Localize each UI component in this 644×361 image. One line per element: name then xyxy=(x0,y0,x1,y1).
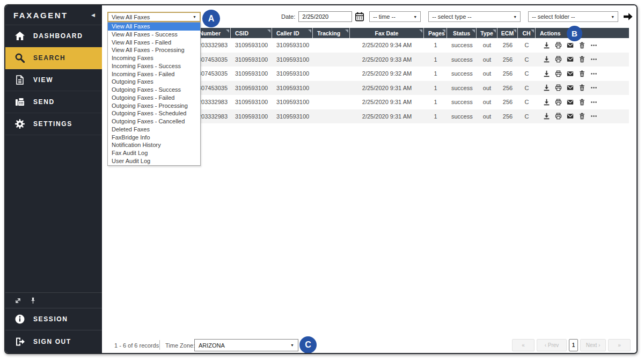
column-header-tracking[interactable]: Tracking xyxy=(313,28,350,38)
download-icon[interactable] xyxy=(543,99,550,106)
download-icon[interactable] xyxy=(543,56,550,63)
delete-icon[interactable] xyxy=(579,84,586,91)
more-icon[interactable] xyxy=(590,84,597,91)
dropdown-option[interactable]: Notification History xyxy=(108,141,200,149)
delete-icon[interactable] xyxy=(579,56,586,63)
column-header-csid[interactable]: CSID xyxy=(231,28,272,38)
column-header-type[interactable]: Type xyxy=(477,28,497,38)
sidebar-collapse-icon[interactable]: ◀ xyxy=(91,12,95,18)
sidebar-item-dashboard[interactable]: DASHBOARD xyxy=(5,25,102,47)
delete-icon[interactable] xyxy=(579,113,586,120)
date-input[interactable] xyxy=(298,11,352,22)
column-header-ch[interactable]: CH xyxy=(518,28,536,38)
dropdown-option[interactable]: View All Faxes - Failed xyxy=(108,39,200,47)
dropdown-option[interactable]: Outgoing Faxes - Success xyxy=(108,86,200,94)
dropdown-option[interactable]: Outgoing Faxes xyxy=(108,78,200,86)
column-header-label: CSID xyxy=(235,30,248,36)
print-icon[interactable] xyxy=(555,42,562,49)
sidebar-item-settings[interactable]: SETTINGS xyxy=(5,113,102,135)
dropdown-option[interactable]: FaxBridge Info xyxy=(108,134,200,142)
download-icon[interactable] xyxy=(543,70,550,77)
timezone-select[interactable]: ARIZONA ▼ xyxy=(194,339,298,351)
chevron-down-icon: ▼ xyxy=(290,343,294,347)
pagination-current-page[interactable]: 1 xyxy=(569,339,578,351)
filter-triangle-icon xyxy=(472,30,475,33)
print-icon[interactable] xyxy=(555,70,562,77)
more-icon[interactable] xyxy=(590,56,597,63)
annotation-badge-b: B xyxy=(567,26,582,41)
column-header-actions[interactable]: Actions xyxy=(536,28,629,38)
logo: FAXAGENT ◀ xyxy=(5,5,102,25)
annotation-badge-a: A xyxy=(202,10,220,27)
cell-ecm: 256 xyxy=(497,42,518,48)
column-header-fax-date[interactable]: Fax Date xyxy=(350,28,424,38)
dropdown-option[interactable]: Deleted Faxes xyxy=(108,126,200,134)
folder-filter-select[interactable]: -- select folder -- ▼ xyxy=(528,11,618,22)
type-filter-select[interactable]: -- select type -- ▼ xyxy=(428,11,521,22)
dropdown-option[interactable]: User Audit Log xyxy=(108,157,200,165)
dropdown-option[interactable]: Fax Audit Log xyxy=(108,149,200,157)
email-icon[interactable] xyxy=(567,56,574,63)
date-label: Date: xyxy=(281,13,295,20)
fax-view-select[interactable]: View All Faxes ▼ xyxy=(107,12,201,22)
filter-triangle-icon xyxy=(531,30,534,33)
delete-icon[interactable] xyxy=(579,99,586,106)
column-header-caller-id[interactable]: Caller ID xyxy=(272,28,313,38)
delete-icon[interactable] xyxy=(579,42,586,49)
pagination-next-button[interactable]: Next › xyxy=(580,339,606,351)
dropdown-option[interactable]: Incoming Faxes xyxy=(108,54,200,62)
column-header-status[interactable]: Status xyxy=(447,28,477,38)
dropdown-option[interactable]: Outgoing Faxes - Scheduled xyxy=(108,109,200,117)
calendar-icon[interactable] xyxy=(355,12,364,21)
fax-view-dropdown-list: View All FaxesView All Faxes - SuccessVi… xyxy=(107,22,201,166)
email-icon[interactable] xyxy=(567,70,574,77)
sidebar-item-view[interactable]: VIEW xyxy=(5,69,102,91)
email-icon[interactable] xyxy=(567,84,574,91)
email-icon[interactable] xyxy=(567,99,574,106)
column-header-ecm[interactable]: ECM xyxy=(497,28,518,38)
dropdown-option[interactable]: View All Faxes - Processing xyxy=(108,46,200,54)
print-icon[interactable] xyxy=(555,56,562,63)
download-icon[interactable] xyxy=(543,42,550,49)
dropdown-option[interactable]: Outgoing Faxes - Processing xyxy=(108,102,200,110)
dropdown-option[interactable]: Incoming Faxes - Success xyxy=(108,62,200,70)
more-icon[interactable] xyxy=(590,99,597,106)
cell-status: success xyxy=(447,56,477,63)
print-icon[interactable] xyxy=(555,84,562,91)
print-icon[interactable] xyxy=(555,99,562,106)
timezone-select-value: ARIZONA xyxy=(199,342,225,349)
more-icon[interactable] xyxy=(590,42,597,49)
sidebar-tools xyxy=(5,292,102,308)
expand-icon[interactable] xyxy=(14,297,21,304)
search-go-arrow-icon[interactable] xyxy=(623,12,633,21)
dropdown-option[interactable]: View All Faxes xyxy=(108,23,200,31)
pagination-first-button[interactable]: « xyxy=(512,339,535,351)
pagination-last-button[interactable]: » xyxy=(608,339,631,351)
print-icon[interactable] xyxy=(555,113,562,120)
cell-pages: 1 xyxy=(424,99,447,105)
cell-ecm: 256 xyxy=(497,99,518,105)
sidebar-item-sign-out[interactable]: SIGN OUT xyxy=(5,330,102,353)
download-icon[interactable] xyxy=(543,84,550,91)
sidebar-item-send[interactable]: SEND xyxy=(5,91,102,113)
column-header-pages[interactable]: Pages xyxy=(424,28,447,38)
cell-csid: 3109593100 xyxy=(231,56,272,63)
dropdown-option[interactable]: Outgoing Faxes - Cancelled xyxy=(108,117,200,126)
pin-icon[interactable] xyxy=(30,297,36,304)
email-icon[interactable] xyxy=(567,42,574,49)
email-icon[interactable] xyxy=(567,113,574,120)
dropdown-option[interactable]: Outgoing Faxes - Failed xyxy=(108,94,200,102)
dropdown-option[interactable]: Incoming Faxes - Failed xyxy=(108,70,200,78)
dropdown-option[interactable]: View All Faxes - Success xyxy=(108,31,200,39)
download-icon[interactable] xyxy=(543,113,550,120)
pagination-prev-button[interactable]: ‹ Prev xyxy=(537,339,567,351)
cell-csid: 3109593100 xyxy=(231,99,272,105)
toolbar: Date: -- time -- ▼ -- select type -- ▼ xyxy=(281,11,633,23)
more-icon[interactable] xyxy=(590,70,597,77)
sidebar-item-search[interactable]: SEARCH xyxy=(5,47,102,69)
time-filter-select[interactable]: -- time -- ▼ xyxy=(369,11,421,22)
more-icon[interactable] xyxy=(590,113,597,120)
cell-caller-id: 3109593100 xyxy=(272,42,313,48)
delete-icon[interactable] xyxy=(579,70,586,77)
sidebar-item-session[interactable]: SESSION xyxy=(5,308,102,330)
